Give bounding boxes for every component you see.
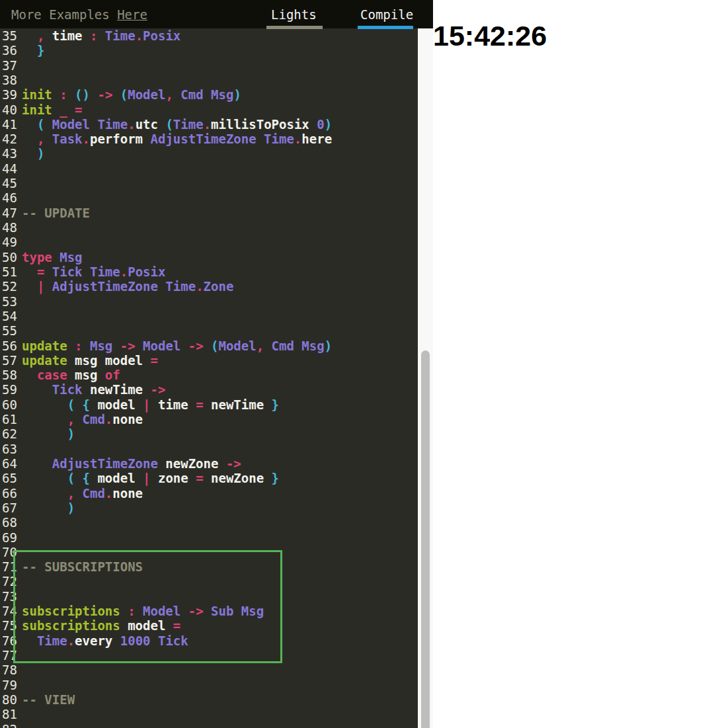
editor-scrollbar[interactable] — [418, 28, 433, 728]
code-line: 44 — [0, 161, 22, 176]
code-token: -> — [120, 339, 143, 353]
code-token: , — [165, 87, 180, 102]
code-token: type — [22, 250, 60, 264]
code-line: 62 ) — [0, 426, 75, 441]
code-token — [22, 633, 37, 648]
code-token: . — [105, 486, 112, 501]
code-token: , — [257, 339, 272, 353]
code-token: : — [128, 604, 143, 618]
code-line: 72 — [0, 574, 22, 588]
code-token — [22, 397, 67, 412]
code-token: update — [22, 353, 75, 368]
line-number: 59 — [0, 382, 22, 397]
code-line: 52 | AdjustTimeZone Time.Zone — [0, 279, 233, 294]
code-line: 73 — [0, 589, 22, 604]
code-token: . — [120, 264, 128, 279]
code-token: Tick — [158, 633, 188, 648]
code-token: Cmd Msg — [180, 87, 233, 102]
code-line: 53 — [0, 294, 22, 309]
code-token — [22, 382, 52, 397]
code-editor[interactable]: 35 , time : Time.Posix36 }373839init : (… — [0, 28, 418, 728]
code-token: Time — [37, 633, 67, 648]
code-line: 51 = Tick Time.Posix — [0, 264, 165, 279]
code-token: : — [60, 87, 75, 102]
code-token: none — [112, 412, 143, 426]
code-line: 81 — [0, 707, 22, 721]
code-token: none — [112, 486, 143, 501]
code-token: = — [173, 618, 180, 633]
code-line: 43 ) — [0, 146, 44, 161]
code-token: AdjustTimeZone — [52, 279, 166, 294]
code-token: : — [75, 339, 90, 353]
code-token: Zone — [204, 279, 234, 294]
code-token: , — [22, 486, 83, 501]
line-number: 82 — [0, 722, 22, 728]
line-number: 67 — [0, 501, 22, 515]
code-token: AdjustTimeZone — [52, 456, 166, 471]
code-token: ) — [325, 117, 332, 132]
line-number: 35 — [0, 28, 22, 43]
code-token — [22, 146, 37, 161]
more-examples-label: More Examples Here — [11, 0, 147, 28]
line-number: 43 — [0, 146, 22, 161]
line-number: 49 — [0, 235, 22, 249]
code-token: init — [22, 87, 60, 102]
code-line: 56update : Msg -> Model -> (Model, Cmd M… — [0, 339, 332, 353]
line-number: 72 — [0, 574, 22, 588]
code-line: 77 — [0, 648, 22, 663]
tab-lights[interactable]: Lights — [271, 0, 317, 28]
code-token: | — [143, 397, 158, 412]
code-line: 36 } — [0, 43, 44, 58]
code-token: -> — [188, 339, 211, 353]
code-line: 41 ( Model Time.utc (Time.millisToPosix … — [0, 117, 332, 132]
code-token: Time — [97, 117, 128, 132]
code-token: Posix — [143, 28, 180, 43]
code-token: . — [128, 117, 135, 132]
code-token: } — [37, 43, 44, 58]
line-number: 64 — [0, 456, 22, 471]
line-number: 38 — [0, 73, 22, 87]
code-line: 70 — [0, 545, 22, 559]
code-token: model — [97, 471, 143, 485]
code-token: subscriptions — [22, 604, 128, 618]
code-line: 45 — [0, 176, 22, 190]
line-number: 61 — [0, 412, 22, 426]
line-number: 79 — [0, 678, 22, 692]
code-token: ) — [325, 339, 332, 353]
code-token: | — [143, 471, 158, 485]
examples-here-link[interactable]: Here — [117, 7, 147, 22]
line-number: 71 — [0, 559, 22, 574]
code-token — [22, 117, 37, 132]
tab-compile[interactable]: Compile — [360, 0, 413, 28]
line-number: 41 — [0, 117, 22, 132]
code-line: 64 AdjustTimeZone newZone -> — [0, 456, 241, 471]
code-token: Cmd — [83, 486, 105, 501]
code-token: = — [196, 471, 211, 485]
code-line: 48 — [0, 220, 22, 235]
code-token: Model — [218, 339, 256, 353]
code-token: Model — [128, 87, 165, 102]
code-token: newZone — [165, 456, 226, 471]
code-token: here — [301, 132, 332, 146]
code-token: ) — [67, 426, 75, 441]
scrollbar-thumb[interactable] — [421, 350, 430, 728]
code-line: 65 ( { model | zone = newZone } — [0, 471, 279, 485]
code-line: 40init _ = — [0, 102, 83, 117]
code-token: zone — [158, 471, 196, 485]
code-token: millisToPosix — [211, 117, 317, 132]
code-token: -- VIEW — [22, 692, 75, 707]
line-number: 39 — [0, 87, 22, 102]
code-token: case — [37, 368, 75, 382]
line-number: 63 — [0, 442, 22, 456]
line-number: 48 — [0, 220, 22, 235]
code-line: 74subscriptions : Model -> Sub Msg — [0, 604, 264, 618]
code-token: | — [22, 279, 52, 294]
code-token: Task — [52, 132, 83, 146]
code-token: ( — [211, 339, 218, 353]
code-token: , — [22, 132, 52, 146]
line-number: 66 — [0, 486, 22, 501]
code-token: = — [22, 264, 52, 279]
code-token: Tick — [52, 264, 90, 279]
code-line: 66 , Cmd.none — [0, 486, 143, 501]
code-line: 78 — [0, 663, 22, 677]
